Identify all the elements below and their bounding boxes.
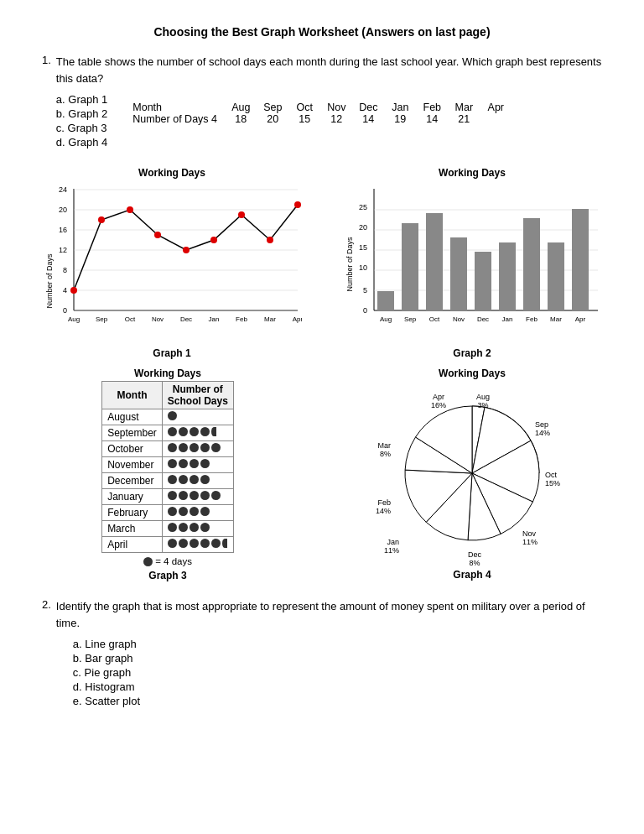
bar-feb bbox=[523, 218, 540, 310]
svg-text:Number of Days: Number of Days bbox=[345, 237, 354, 292]
svg-text:25: 25 bbox=[359, 203, 367, 211]
graph1-label: Graph 1 bbox=[153, 347, 190, 359]
graph3-container: Working Days Month Number ofSchool Days … bbox=[42, 367, 293, 581]
sep-header: Sep bbox=[257, 102, 288, 113]
question-2: 2. Identify the graph that is most appro… bbox=[42, 598, 602, 709]
graph2-title: Working Days bbox=[439, 167, 506, 179]
pictograph-table: Month Number ofSchool Days August Septem… bbox=[101, 381, 234, 553]
aug-header: Aug bbox=[225, 102, 257, 113]
bar-apr bbox=[572, 209, 589, 310]
svg-text:Mar: Mar bbox=[550, 315, 562, 323]
picto-jan-month: January bbox=[102, 489, 163, 505]
svg-point-20 bbox=[154, 232, 161, 238]
svg-text:20: 20 bbox=[359, 223, 367, 232]
oct-header: Oct bbox=[288, 102, 320, 113]
q1-number: 1. bbox=[42, 54, 51, 66]
picto-days-header: Number ofSchool Days bbox=[162, 382, 233, 409]
svg-text:15: 15 bbox=[359, 243, 367, 252]
svg-text:0: 0 bbox=[63, 306, 67, 315]
q2-choices-list: a. Line graph b. Bar graph c. Pie graph … bbox=[73, 638, 602, 707]
svg-text:Nov: Nov bbox=[152, 315, 164, 323]
q2-choice-b: b. Bar graph bbox=[73, 652, 602, 665]
pie-aug-pct: 3% bbox=[477, 401, 488, 409]
graph2-container: Working Days Number of Days 0 5 10 15 20… bbox=[342, 167, 602, 359]
q1-top: a. Graph 1 b. Graph 2 c. Graph 3 d. Grap… bbox=[56, 93, 602, 150]
picto-dec-month: December bbox=[102, 473, 163, 489]
q2-text: Identify the graph that is most appropri… bbox=[56, 598, 602, 631]
feb-val: 14 bbox=[416, 113, 448, 125]
jan-header: Jan bbox=[384, 102, 416, 113]
picto-nov-dots bbox=[162, 457, 233, 473]
picto-nov-month: November bbox=[102, 457, 163, 473]
svg-text:16: 16 bbox=[59, 226, 67, 234]
svg-text:Feb: Feb bbox=[526, 315, 538, 323]
bar-oct bbox=[426, 213, 443, 310]
svg-point-25 bbox=[294, 201, 301, 208]
svg-text:Mar: Mar bbox=[264, 315, 276, 323]
picto-feb-dots bbox=[162, 505, 233, 521]
q1-choices: a. Graph 1 b. Graph 2 c. Graph 3 d. Grap… bbox=[56, 93, 107, 150]
bar-nov bbox=[450, 237, 467, 310]
picto-sep-row: September bbox=[102, 425, 234, 441]
pie-oct-label: Oct bbox=[545, 471, 558, 479]
graph4-container: Working Days bbox=[342, 367, 602, 581]
svg-text:Nov: Nov bbox=[453, 315, 465, 323]
bar-mar bbox=[548, 242, 564, 310]
graph4-label: Graph 4 bbox=[453, 569, 491, 581]
svg-text:Jan: Jan bbox=[209, 315, 220, 323]
q2-choice-d: d. Histogram bbox=[73, 680, 602, 693]
picto-sep-month: September bbox=[102, 425, 163, 441]
graph3-label: Graph 3 bbox=[148, 570, 186, 581]
svg-text:Dec: Dec bbox=[180, 315, 192, 323]
choice-d: d. Graph 4 bbox=[56, 136, 107, 149]
graph1-title: Working Days bbox=[138, 167, 205, 179]
picto-feb-row: February bbox=[102, 505, 234, 521]
jan-val: 19 bbox=[384, 113, 416, 125]
svg-text:Apr: Apr bbox=[575, 315, 586, 323]
picto-oct-dots bbox=[162, 441, 233, 457]
choice-a: a. Graph 1 bbox=[56, 93, 107, 106]
graphs-top-row: Working Days Number of Days 0 4 8 12 16 bbox=[42, 167, 602, 359]
svg-text:Aug: Aug bbox=[68, 315, 80, 323]
aug-val: 18 bbox=[225, 113, 257, 125]
svg-text:Oct: Oct bbox=[125, 315, 136, 323]
graph2-svg: Number of Days 0 5 10 15 20 25 bbox=[342, 180, 602, 344]
svg-point-19 bbox=[127, 206, 133, 213]
page-title: Choosing the Best Graph Worksheet (Answe… bbox=[42, 25, 602, 39]
q2-choice-c: c. Pie graph bbox=[73, 666, 602, 679]
picto-apr-row: April bbox=[102, 537, 234, 553]
svg-point-21 bbox=[183, 247, 190, 253]
dec-val: 14 bbox=[352, 113, 384, 125]
question-1: 1. The table shows the number of school … bbox=[42, 54, 602, 581]
picto-jan-row: January bbox=[102, 489, 234, 505]
svg-text:Dec: Dec bbox=[477, 315, 489, 323]
pie-dec-pct: 8% bbox=[469, 559, 480, 566]
svg-text:Apr: Apr bbox=[293, 315, 302, 323]
picto-month-header: Month bbox=[102, 382, 163, 409]
svg-point-23 bbox=[238, 211, 245, 218]
picto-apr-month: April bbox=[102, 537, 163, 553]
pie-mar-pct: 8% bbox=[380, 450, 391, 458]
svg-point-24 bbox=[267, 237, 273, 243]
svg-text:24: 24 bbox=[59, 185, 67, 194]
graph1-svg: Number of Days 0 4 8 12 16 20 24 bbox=[42, 180, 302, 344]
pie-nov-label: Nov bbox=[522, 529, 537, 538]
graph1-container: Working Days Number of Days 0 4 8 12 16 bbox=[42, 167, 302, 359]
graph4-svg: Aug 3% Sep 14% Oct 15% Nov 11% Dec 8% Ja… bbox=[342, 381, 602, 566]
nov-val: 12 bbox=[320, 113, 352, 125]
pie-feb-pct: 14% bbox=[376, 507, 391, 515]
picto-nov-row: November bbox=[102, 457, 234, 473]
picto-aug-dots bbox=[162, 409, 233, 425]
q2-number: 2. bbox=[42, 598, 51, 611]
svg-text:0: 0 bbox=[363, 306, 367, 315]
svg-text:Aug: Aug bbox=[380, 315, 392, 323]
svg-text:4: 4 bbox=[63, 286, 67, 295]
picto-apr-dots bbox=[162, 537, 233, 553]
bar-aug bbox=[377, 291, 394, 310]
pie-apr-pct: 16% bbox=[431, 401, 446, 409]
pie-nov-pct: 11% bbox=[522, 538, 538, 546]
feb-header: Feb bbox=[416, 102, 448, 113]
svg-text:8: 8 bbox=[63, 266, 67, 274]
picto-aug-month: August bbox=[102, 409, 163, 425]
svg-text:Feb: Feb bbox=[236, 315, 247, 323]
